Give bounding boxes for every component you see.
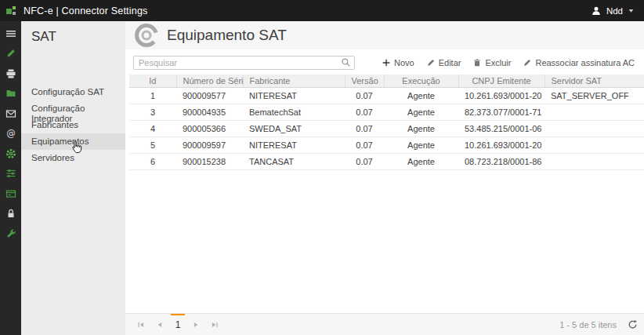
page-title: Equipamento SAT [167, 27, 287, 44]
table-cell: 900009597 [176, 137, 243, 154]
table-row[interactable]: 3900004935BematechSat0.07Agente82.373.07… [129, 104, 644, 121]
table-cell: NITERESAT [243, 137, 345, 154]
grid-head: IdNúmero de SérieFabricanteVersãoExecuçã… [129, 75, 644, 88]
table-cell: 5 [129, 137, 176, 154]
sidebar-title: SAT [21, 21, 125, 45]
wrench-icon[interactable] [0, 224, 21, 244]
column-header-fabricante[interactable]: Fabricante [243, 75, 345, 88]
pager-info: 1 - 5 de 5 itens [559, 320, 617, 330]
column-header-servidor-sat[interactable]: Servidor SAT [545, 75, 644, 88]
card-icon[interactable] [0, 184, 21, 204]
table-cell: 0.07 [345, 104, 384, 121]
column-header-numero-de-serie[interactable]: Número de Série [176, 75, 243, 88]
printer-icon[interactable] [0, 64, 21, 84]
pagination-bar: 1 1 - 5 de 5 itens [125, 313, 644, 335]
mail-icon[interactable] [0, 104, 21, 124]
user-icon [591, 5, 602, 16]
user-menu[interactable]: Ndd [591, 5, 644, 16]
gear-icon[interactable] [0, 144, 21, 164]
table-cell: 1 [129, 88, 176, 104]
icon-rail: @ [0, 21, 21, 335]
window-title: NFC-e | Connector Settings [24, 5, 148, 16]
at-icon[interactable]: @ [0, 124, 21, 144]
table-cell: 08.723.218/0001-86 [458, 154, 545, 170]
toolbar-buttons: NovoEditarExcluirReassociar assinatura A… [382, 58, 638, 67]
table-cell: 3 [129, 104, 176, 121]
first-page-button[interactable] [132, 314, 150, 335]
top-bar: NFC-e | Connector Settings Ndd [0, 0, 644, 21]
column-header-cnpj-emitente[interactable]: CNPJ Emitente [458, 75, 545, 88]
equipment-table: IdNúmero de SérieFabricanteVersãoExecuçã… [129, 75, 644, 170]
table-cell: 900015238 [176, 154, 243, 170]
table-cell: 0.07 [345, 88, 384, 104]
user-name[interactable]: Ndd [606, 6, 623, 16]
table-cell: Agente [384, 88, 458, 104]
sidebar-item-equipamentos[interactable]: Equipamentos [21, 133, 125, 150]
trash-icon [472, 58, 482, 67]
folder-icon[interactable] [0, 84, 21, 104]
table-cell: SAT_SERVER_OFF [545, 88, 644, 104]
search-box [133, 55, 355, 70]
header-row: IdNúmero de SérieFabricanteVersãoExecuçã… [129, 75, 644, 88]
editar-button[interactable]: Editar [426, 58, 461, 67]
table-cell: 0.07 [345, 137, 384, 154]
table-cell: 10.261.693/0001-20 [458, 137, 545, 154]
toolbar: NovoEditarExcluirReassociar assinatura A… [125, 49, 644, 75]
menu-icon[interactable] [0, 24, 21, 44]
grid-body: 1900009577NITERESAT0.07Agente10.261.693/… [129, 88, 644, 170]
table-cell: TANCASAT [243, 154, 345, 170]
pencil-icon [523, 58, 532, 67]
novo-button[interactable]: Novo [382, 58, 414, 67]
next-page-button[interactable] [186, 314, 205, 335]
edit-icon [426, 58, 436, 67]
table-row[interactable]: 5900009597NITERESAT0.07Agente10.261.693/… [129, 137, 644, 154]
table-cell: SWEDA_SAT [243, 121, 345, 137]
table-cell: 53.485.215/0001-06 [458, 121, 545, 137]
table-cell: 82.373.077/0001-71 [458, 104, 545, 121]
table-cell [545, 104, 644, 121]
sidebar: SAT Configuração SATConfiguração Integra… [21, 21, 125, 335]
table-cell: Agente [384, 104, 458, 121]
plus-icon [382, 58, 391, 67]
table-cell: 0.07 [345, 154, 384, 170]
main-content: Equipamento SAT NovoEditarExcluirReassoc… [125, 21, 644, 335]
app-window: NFC-e | Connector Settings Ndd @ SAT Con… [0, 0, 644, 335]
column-header-id[interactable]: Id [129, 75, 176, 88]
sidebar-item-servidores[interactable]: Servidores [21, 150, 125, 166]
sidebar-item-configuracao-integrador[interactable]: Configuração Integrador [21, 100, 125, 117]
excluir-button[interactable]: Excluir [472, 58, 511, 67]
table-cell: Agente [384, 137, 458, 154]
current-page[interactable]: 1 [169, 314, 186, 335]
page-header: Equipamento SAT [125, 21, 644, 49]
table-row[interactable]: 4900005366SWEDA_SAT0.07Agente53.485.215/… [129, 121, 644, 137]
sidebar-item-configuracao-sat[interactable]: Configuração SAT [21, 84, 125, 100]
column-header-versao[interactable]: Versão [345, 75, 384, 88]
search-input[interactable] [133, 56, 355, 70]
button-label: Novo [394, 58, 414, 67]
table-cell [545, 154, 644, 170]
button-label: Editar [439, 58, 461, 67]
table-row[interactable]: 6900015238TANCASAT0.07Agente08.723.218/0… [129, 154, 644, 170]
reassociar-assinatura-ac-button[interactable]: Reassociar assinatura AC [523, 58, 635, 67]
search-icon[interactable] [341, 57, 351, 67]
table-cell: BematechSat [243, 104, 345, 121]
table-row[interactable]: 1900009577NITERESAT0.07Agente10.261.693/… [129, 88, 644, 104]
pen-icon[interactable] [0, 44, 21, 64]
table-cell: 4 [129, 121, 176, 137]
button-label: Reassociar assinatura AC [535, 58, 635, 67]
lock-icon[interactable] [0, 204, 21, 224]
sliders-icon[interactable] [0, 164, 21, 184]
table-cell: Agente [384, 121, 458, 137]
table-cell: 0.07 [345, 121, 384, 137]
column-header-execucao[interactable]: Execução [384, 75, 458, 88]
last-page-button[interactable] [205, 314, 224, 335]
page-emblem-icon [133, 22, 160, 49]
table-cell: 900009577 [176, 88, 243, 104]
refresh-button[interactable] [628, 319, 638, 330]
chevron-down-icon[interactable] [628, 7, 635, 14]
pager-right: 1 - 5 de 5 itens [559, 319, 638, 330]
sidebar-item-fabricantes[interactable]: Fabricantes [21, 117, 125, 133]
table-cell: 10.261.693/0001-20 [458, 88, 545, 104]
table-cell: 6 [129, 154, 176, 170]
prev-page-button[interactable] [150, 314, 169, 335]
